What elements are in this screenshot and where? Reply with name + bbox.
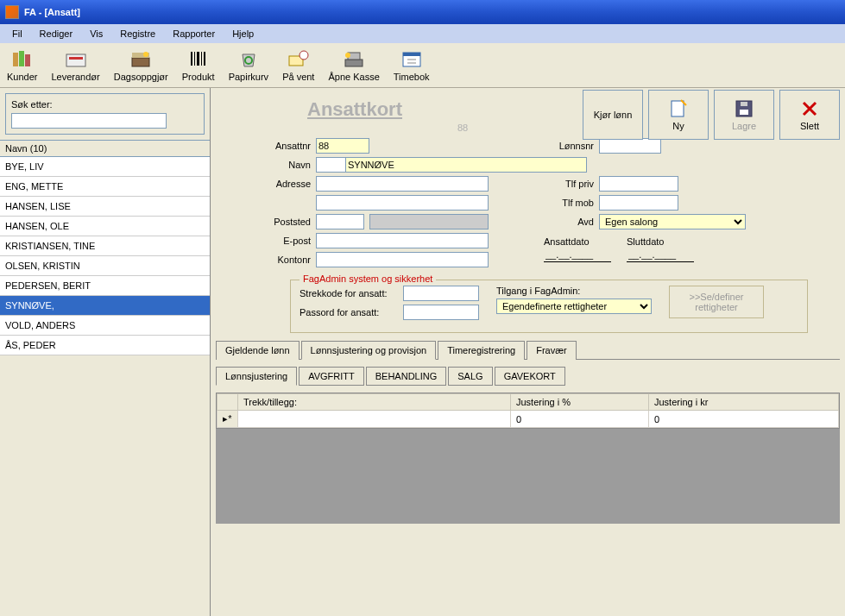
- subtab-avgfritt[interactable]: AVGFRITT: [299, 367, 364, 386]
- tlfpriv-input[interactable]: [599, 176, 678, 192]
- col-trekk[interactable]: Trekk/tillegg:: [238, 394, 511, 411]
- sluttdato-input[interactable]: [627, 247, 694, 262]
- tab-lonnsjustering[interactable]: Lønnsjustering og provisjon: [301, 341, 437, 360]
- svg-point-15: [300, 51, 308, 60]
- toolbar-dagsoppgjor[interactable]: Dagsoppgjør: [109, 46, 173, 84]
- menu-rediger[interactable]: Rediger: [31, 27, 82, 41]
- left-panel: Søk etter: Navn (10) BYE, LIVENG, METTEH…: [0, 88, 211, 616]
- cell-trekk[interactable]: [238, 411, 511, 428]
- delete-button[interactable]: Slett: [779, 90, 840, 140]
- subtab-lonnsjustering[interactable]: Lønnsjustering: [216, 367, 297, 386]
- calendar-icon: [400, 47, 424, 70]
- employee-list[interactable]: BYE, LIVENG, METTEHANSEN, LISEHANSEN, OL…: [0, 157, 210, 616]
- toolbar: Kunder Leverandør Dagsoppgjør Produkt Pa…: [0, 43, 845, 88]
- document-new-icon: [668, 98, 689, 119]
- svg-rect-8: [191, 52, 192, 66]
- toolbar-leverandor[interactable]: Leverandør: [46, 46, 104, 84]
- poststed-input: [369, 214, 489, 229]
- subtab-gavekort[interactable]: GAVEKORT: [495, 367, 565, 386]
- toolbar-produkt[interactable]: Produkt: [177, 46, 220, 84]
- security-fieldset: FagAdmin system og sikkerhet Strekkode f…: [290, 280, 808, 333]
- adresse1-input[interactable]: [316, 176, 489, 192]
- menubar: Fil Rediger Vis Registre Rapporter Hjelp: [0, 24, 845, 43]
- cell-pct[interactable]: 0: [511, 411, 649, 428]
- lonnsnr-input[interactable]: [599, 138, 661, 154]
- employee-row[interactable]: ENG, METTE: [0, 177, 210, 197]
- new-button[interactable]: Ny: [648, 90, 709, 140]
- employee-row[interactable]: ÅS, PEDER: [0, 336, 210, 355]
- navn-label: Navn: [233, 160, 311, 170]
- svg-rect-11: [201, 52, 202, 66]
- employee-row[interactable]: KRISTIANSEN, TINE: [0, 236, 210, 256]
- svg-rect-10: [197, 52, 199, 66]
- ansattdato-input[interactable]: [544, 247, 611, 262]
- menu-fil[interactable]: Fil: [3, 27, 31, 41]
- search-input[interactable]: [11, 113, 167, 129]
- adresse2-input[interactable]: [316, 195, 489, 211]
- define-rights-button[interactable]: >>Se/definer rettigheter: [669, 286, 764, 318]
- run-payroll-button[interactable]: Kjør lønn: [583, 90, 643, 140]
- employee-row[interactable]: SYNNØVE,: [0, 296, 210, 316]
- tab-gjeldende-lonn[interactable]: Gjeldende lønn: [216, 341, 300, 360]
- tilgang-label: Tilgang i FagAdmin:: [496, 286, 652, 296]
- svg-rect-23: [672, 101, 684, 116]
- menu-rapporter[interactable]: Rapporter: [164, 27, 224, 41]
- toolbar-pavent[interactable]: På vent: [277, 46, 319, 84]
- delete-x-icon: [799, 98, 820, 119]
- menu-registre[interactable]: Registre: [111, 27, 164, 41]
- subtab-behandling[interactable]: BEHANDLING: [366, 367, 447, 386]
- search-label: Søk etter:: [11, 99, 199, 110]
- subtab-strip: Lønnsjustering AVGFRITT BEHANDLING SALG …: [216, 367, 840, 386]
- passord-label: Passord for ansatt:: [300, 307, 403, 317]
- menu-vis[interactable]: Vis: [81, 27, 111, 41]
- svg-rect-25: [740, 110, 748, 115]
- kontonr-input[interactable]: [316, 252, 489, 267]
- till-icon: [342, 47, 366, 70]
- detail-panel: Kjør lønn Ny Lagre Slett Ansattkort 88 A…: [211, 88, 845, 616]
- toolbar-timebok[interactable]: Timebok: [388, 46, 435, 84]
- security-legend: FagAdmin system og sikkerhet: [300, 273, 436, 284]
- employee-row[interactable]: HANSEN, OLE: [0, 217, 210, 236]
- cell-kr[interactable]: 0: [649, 411, 839, 428]
- tab-timeregistrering[interactable]: Timeregistrering: [438, 341, 525, 360]
- strekkode-input[interactable]: [403, 286, 479, 301]
- employee-row[interactable]: PEDERSEN, BERIT: [0, 276, 210, 296]
- search-box: Søk etter:: [5, 93, 205, 135]
- employee-row[interactable]: BYE, LIV: [0, 157, 210, 177]
- etternavn-input[interactable]: [345, 157, 587, 173]
- employee-row[interactable]: HANSEN, LISE: [0, 197, 210, 217]
- tab-strip: Gjeldende lønn Lønnsjustering og provisj…: [216, 340, 840, 360]
- employee-row[interactable]: VOLD, ANDERS: [0, 316, 210, 336]
- avd-select[interactable]: Egen salong: [599, 214, 746, 229]
- toolbar-label: Kunder: [7, 72, 37, 82]
- window-titlebar: FA - [Ansatt]: [0, 0, 845, 24]
- toolbar-papirkurv[interactable]: Papirkurv: [224, 46, 274, 84]
- employee-row[interactable]: OLSEN, KRISTIN: [0, 256, 210, 276]
- toolbar-label: Dagsoppgjør: [114, 72, 168, 82]
- tlfmob-label: Tlf mob: [544, 198, 594, 208]
- adjustment-grid[interactable]: Trekk/tillegg: Justering i % Justering i…: [216, 393, 840, 429]
- ansattnr-input[interactable]: [316, 138, 369, 154]
- svg-rect-16: [345, 60, 363, 66]
- tlfmob-input[interactable]: [599, 195, 678, 211]
- tab-fravaer[interactable]: Fravær: [527, 341, 576, 360]
- col-justering-kr[interactable]: Justering i kr: [649, 394, 839, 411]
- svg-point-18: [345, 53, 350, 58]
- save-button[interactable]: Lagre: [714, 90, 774, 140]
- strekkode-label: Strekkode for ansatt:: [300, 288, 403, 299]
- grid-row[interactable]: ▸* 0 0: [218, 411, 839, 428]
- passord-input[interactable]: [403, 305, 479, 320]
- subtab-salg[interactable]: SALG: [448, 367, 492, 386]
- postnr-input[interactable]: [316, 214, 364, 229]
- svg-rect-3: [66, 54, 85, 66]
- menu-hjelp[interactable]: Hjelp: [224, 27, 262, 41]
- kontonr-label: Kontonr: [233, 255, 311, 265]
- toolbar-apnekasse[interactable]: Åpne Kasse: [323, 46, 384, 84]
- toolbar-kunder[interactable]: Kunder: [2, 46, 42, 84]
- svg-rect-20: [403, 53, 420, 56]
- col-justering-pct[interactable]: Justering i %: [511, 394, 649, 411]
- tilgang-select[interactable]: Egendefinerte rettigheter: [496, 299, 652, 314]
- lonnsnr-label: Lønnsnr: [544, 141, 594, 151]
- epost-input[interactable]: [316, 233, 489, 248]
- toolbar-label: Timebok: [394, 72, 430, 82]
